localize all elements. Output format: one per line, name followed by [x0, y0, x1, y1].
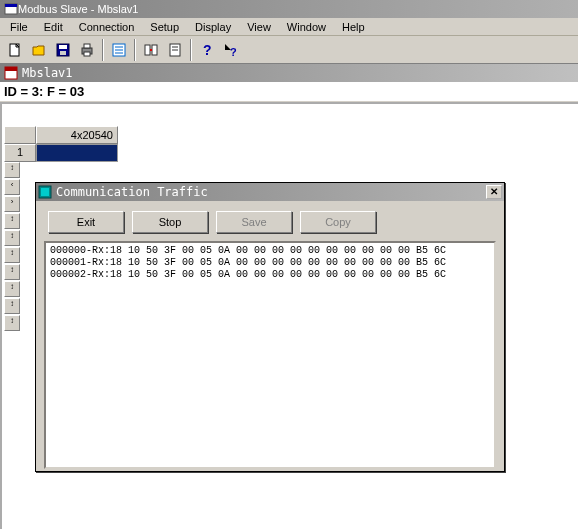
svg-rect-8 [84, 52, 90, 56]
tab-marker[interactable]: ↕ [4, 213, 20, 229]
dialog-title: Communication Traffic [56, 185, 208, 199]
communication-traffic-dialog: Communication Traffic ✕ Exit Stop Save C… [35, 182, 505, 472]
tab-marker[interactable]: ↕ [4, 315, 20, 331]
grid-row-header[interactable]: 1 [4, 144, 36, 162]
scroll-tabs: ↕ ‹ › ↕ ↕ ↕ ↕ ↕ ↕ ↕ [4, 162, 36, 332]
menu-bar: File Edit Connection Setup Display View … [0, 18, 578, 36]
menu-setup[interactable]: Setup [142, 19, 187, 35]
tab-marker[interactable]: ↕ [4, 230, 20, 246]
svg-rect-1 [5, 4, 17, 7]
menu-connection[interactable]: Connection [71, 19, 143, 35]
svg-rect-5 [60, 51, 66, 55]
svg-rect-24 [41, 188, 49, 196]
tab-marker[interactable]: ↕ [4, 247, 20, 263]
print-button[interactable] [76, 39, 98, 61]
toolbar-separator [190, 39, 192, 61]
svg-rect-22 [5, 67, 17, 71]
context-help-button[interactable]: ? [220, 39, 242, 61]
grid-cell-selected[interactable] [36, 144, 118, 162]
save-button[interactable]: Save [216, 211, 292, 233]
svg-rect-4 [59, 45, 67, 49]
grid-column-header[interactable]: 4x20540 [36, 126, 118, 144]
help-button[interactable]: ? [196, 39, 218, 61]
grid-corner [4, 126, 36, 144]
toolbar-separator [134, 39, 136, 61]
dialog-icon [38, 185, 52, 199]
tab-marker[interactable]: ↕ [4, 281, 20, 297]
close-button[interactable]: ✕ [486, 185, 502, 199]
svg-text:?: ? [230, 46, 237, 58]
traffic-log[interactable]: 000000-Rx:18 10 50 3F 00 05 0A 00 00 00 … [44, 241, 496, 469]
disconnect-button[interactable] [164, 39, 186, 61]
main-window-title: Modbus Slave - Mbslav1 [18, 3, 138, 15]
menu-window[interactable]: Window [279, 19, 334, 35]
tab-marker[interactable]: ‹ [4, 179, 20, 195]
save-button[interactable] [52, 39, 74, 61]
menu-file[interactable]: File [2, 19, 36, 35]
svg-rect-7 [84, 44, 90, 48]
app-icon [4, 2, 18, 16]
main-window-titlebar: Modbus Slave - Mbslav1 [0, 0, 578, 18]
menu-display[interactable]: Display [187, 19, 239, 35]
dialog-titlebar[interactable]: Communication Traffic ✕ [36, 183, 504, 201]
document-icon [4, 66, 18, 80]
menu-view[interactable]: View [239, 19, 279, 35]
svg-rect-13 [145, 45, 150, 55]
tab-marker[interactable]: › [4, 196, 20, 212]
svg-rect-14 [152, 45, 157, 55]
new-button[interactable] [4, 39, 26, 61]
status-text: ID = 3: F = 03 [4, 84, 84, 99]
menu-help[interactable]: Help [334, 19, 373, 35]
svg-text:?: ? [203, 42, 212, 58]
status-line: ID = 3: F = 03 [0, 82, 578, 102]
menu-edit[interactable]: Edit [36, 19, 71, 35]
open-button[interactable] [28, 39, 50, 61]
child-window-title: Mbslav1 [22, 66, 73, 80]
toolbar-separator [102, 39, 104, 61]
child-window-titlebar: Mbslav1 [0, 64, 578, 82]
toolbar: ? ? [0, 36, 578, 64]
stop-button[interactable]: Stop [132, 211, 208, 233]
properties-button[interactable] [108, 39, 130, 61]
tab-marker[interactable]: ↕ [4, 264, 20, 280]
copy-button[interactable]: Copy [300, 211, 376, 233]
connect-button[interactable] [140, 39, 162, 61]
exit-button[interactable]: Exit [48, 211, 124, 233]
register-grid: 4x20540 1 [4, 126, 118, 162]
tab-marker[interactable]: ↕ [4, 162, 20, 178]
tab-marker[interactable]: ↕ [4, 298, 20, 314]
